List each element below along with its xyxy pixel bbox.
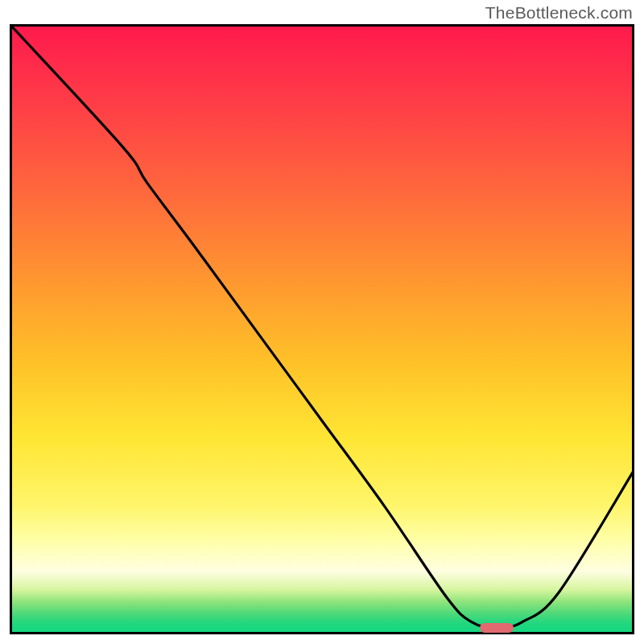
gradient-background [12,27,632,632]
attribution-text: TheBottleneck.com [485,3,633,23]
chart-wrap: TheBottleneck.com [0,0,644,644]
plot-area [10,24,634,634]
